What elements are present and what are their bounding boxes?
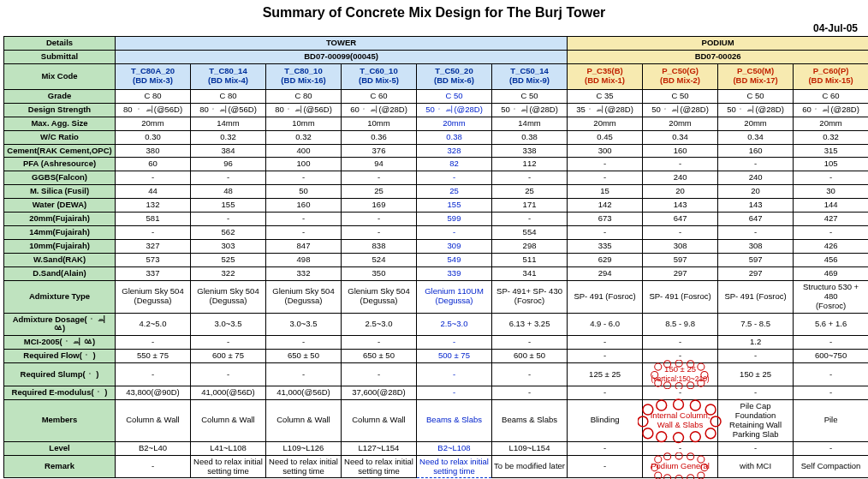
table-cell: 322 xyxy=(191,266,266,280)
table-cell: 240 xyxy=(643,171,718,185)
table-cell: - xyxy=(116,226,191,240)
table-cell: Self Compaction xyxy=(794,455,868,478)
table-cell: - xyxy=(266,226,342,240)
table-cell: Column & Wall xyxy=(116,399,191,441)
svg-point-19 xyxy=(690,432,700,442)
svg-point-32 xyxy=(675,475,682,479)
mixcode-col-3: T_C60_10(BD Mix-5) xyxy=(342,63,417,89)
table-cell: 297 xyxy=(718,266,794,280)
table-cell: 80ㆍ ㆉ(@56D) xyxy=(191,103,266,117)
table-cell: - xyxy=(266,336,342,350)
table-cell: 350 xyxy=(342,266,417,280)
table-cell: - xyxy=(116,363,191,386)
table-cell: 384 xyxy=(191,144,266,158)
table-cell: 4.9 - 6.0 xyxy=(568,313,643,336)
row-label: Admixture Dosage(ㆍ ㆉ ㆃ) xyxy=(4,313,116,336)
table-cell: L41~L108 xyxy=(191,441,266,455)
table-cell: C 80 xyxy=(116,89,191,103)
table-cell: To be modified later xyxy=(492,455,568,478)
table-cell: L127~L154 xyxy=(342,441,417,455)
table-cell: 0.38 xyxy=(492,130,568,144)
table-cell: - xyxy=(417,226,492,240)
table-cell: - xyxy=(568,171,643,185)
table-cell: 20mm xyxy=(116,117,191,130)
table-cell: 20mm xyxy=(643,117,718,130)
row-label: 20mm(Fujairah) xyxy=(4,213,116,226)
table-cell: 294 xyxy=(568,266,643,280)
table-cell: 0.32 xyxy=(191,130,266,144)
table-cell: 155 xyxy=(191,199,266,213)
table-cell: 337 xyxy=(116,266,191,280)
table-cell: 308 xyxy=(643,239,718,253)
table-cell: C 60 xyxy=(794,89,868,103)
row-label: GGBS(Falcon) xyxy=(4,171,116,185)
table-cell: - xyxy=(492,336,568,350)
table-cell: - xyxy=(191,171,266,185)
table-cell: - xyxy=(266,363,342,386)
table-cell: - xyxy=(794,336,868,350)
table-cell: - xyxy=(191,363,266,386)
table-cell: - xyxy=(417,336,492,350)
row-label: PFA (Ashresource) xyxy=(4,158,116,171)
table-cell: - xyxy=(718,158,794,171)
table-cell: - xyxy=(718,441,794,455)
table-cell: SP- 491 (Fosroc) xyxy=(718,280,794,313)
mixcode-col-0: T_C80A_20(BD Mix-3) xyxy=(116,63,191,89)
table-cell: Column & Wall xyxy=(266,399,342,441)
table-cell: 50ㆍ ㆉ(@28D) xyxy=(417,103,492,117)
table-cell: 155 xyxy=(417,199,492,213)
table-cell: 380 xyxy=(116,144,191,158)
table-cell: 10mm xyxy=(266,117,342,130)
mixcode-col-1: T_C80_14(BD Mix-4) xyxy=(191,63,266,89)
table-cell: 600 ± 75 xyxy=(191,350,266,363)
table-cell: 500 ± 75 xyxy=(417,350,492,363)
row-label: Required Slump(ㆍ ) xyxy=(4,363,116,386)
table-cell: - xyxy=(191,213,266,226)
table-cell: C 50 xyxy=(643,89,718,103)
table-cell: Glenium 110UM(Degussa) xyxy=(417,280,492,313)
table-cell: - xyxy=(342,363,417,386)
table-cell: 0.30 xyxy=(116,130,191,144)
table-cell: 20 xyxy=(643,185,718,199)
table-cell: 456 xyxy=(794,253,868,266)
table-cell: L109~L126 xyxy=(266,441,342,455)
date-label: 04-Jul-05 xyxy=(3,22,865,34)
table-cell: 427 xyxy=(794,213,868,226)
table-cell: Glenium Sky 504(Degussa) xyxy=(116,280,191,313)
table-cell: 297 xyxy=(643,266,718,280)
table-cell: 469 xyxy=(794,266,868,280)
table-cell: 300 xyxy=(568,144,643,158)
table-cell: 0.38 xyxy=(417,130,492,144)
table-cell: C 50 xyxy=(718,89,794,103)
mixcode-col-5: T_C50_14(BD Mix-9) xyxy=(492,63,568,89)
table-cell: Internal Column, Wall & Slabs xyxy=(643,399,718,441)
hdr-mixcode: Mix Code xyxy=(4,63,116,89)
table-cell: B2~L40 xyxy=(116,441,191,455)
table-cell: 160 xyxy=(266,199,342,213)
table-cell: - xyxy=(492,213,568,226)
svg-point-30 xyxy=(698,472,705,479)
table-cell: 94 xyxy=(342,158,417,171)
table-cell: 0.45 xyxy=(568,130,643,144)
table-cell: 60 xyxy=(116,158,191,171)
table-cell: 341 xyxy=(492,266,568,280)
table-cell: - xyxy=(568,158,643,171)
table-cell: - xyxy=(718,386,794,400)
table-cell: 50ㆍ ㆉ(@28D) xyxy=(492,103,568,117)
row-label: Admixture Type xyxy=(4,280,116,313)
table-cell: - xyxy=(643,350,718,363)
table-cell: - xyxy=(492,386,568,400)
svg-point-0 xyxy=(655,363,662,370)
hdr-podium-sub: BD07-00026 xyxy=(568,50,868,63)
row-label: D.Sand(Alain) xyxy=(4,266,116,280)
table-cell: Beams & Slabs xyxy=(417,399,492,441)
table-cell: - xyxy=(116,455,191,478)
mixcode-col-6: P_C35(B)(BD Mix-1) xyxy=(568,63,643,89)
table-cell: with MCI xyxy=(718,455,794,478)
table-cell: 50ㆍ ㆉ(@28D) xyxy=(643,103,718,117)
table-cell: - xyxy=(191,336,266,350)
table-cell: Need to relax initial setting time xyxy=(191,455,266,478)
table-cell: L109~L154 xyxy=(492,441,568,455)
table-cell: - xyxy=(116,171,191,185)
row-label: 10mm(Fujairah) xyxy=(4,239,116,253)
